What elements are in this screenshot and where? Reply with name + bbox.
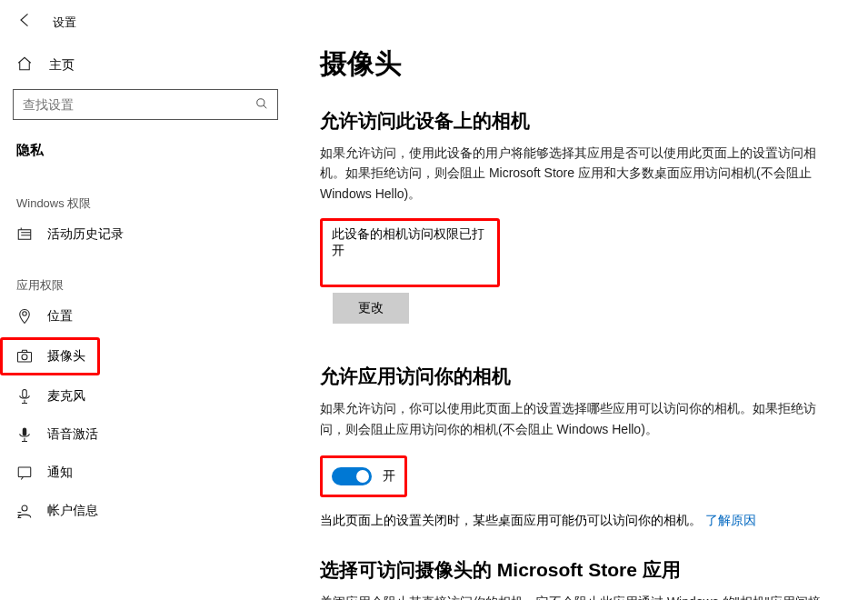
nav-label: 通知 — [47, 465, 73, 481]
section2-body: 如果允许访问，你可以使用此页面上的设置选择哪些应用可以访问你的相机。如果拒绝访问… — [320, 398, 824, 439]
history-icon — [15, 226, 35, 243]
window-header: 设置 — [0, 7, 291, 46]
nav-label: 摄像头 — [47, 348, 85, 365]
nav-label: 语音激活 — [47, 426, 98, 443]
svg-rect-7 — [18, 467, 31, 477]
nav-label: 位置 — [47, 308, 73, 325]
sidebar-section-title: 隐私 — [0, 129, 291, 172]
section2-heading: 允许应用访问你的相机 — [320, 364, 824, 389]
microphone-icon — [15, 388, 35, 405]
sidebar-item-home[interactable]: 主页 — [0, 46, 291, 84]
search-icon — [255, 97, 268, 113]
sidebar-item-notifications[interactable]: 通知 — [0, 454, 291, 492]
learn-more-link[interactable]: 了解原因 — [705, 513, 756, 527]
svg-rect-6 — [23, 428, 27, 436]
svg-point-0 — [257, 98, 264, 105]
svg-point-4 — [22, 355, 27, 360]
home-icon — [16, 55, 35, 75]
section2-footer: 当此页面上的设置关闭时，某些桌面应用可能仍可以访问你的相机。 了解原因 — [320, 510, 824, 530]
notifications-icon — [15, 465, 35, 481]
svg-point-2 — [23, 312, 27, 316]
svg-rect-3 — [18, 353, 32, 363]
change-button[interactable]: 更改 — [333, 293, 409, 324]
section1-body: 如果允许访问，使用此设备的用户将能够选择其应用是否可以使用此页面上的设置访问相机… — [320, 143, 824, 204]
nav-label: 帐户信息 — [47, 503, 98, 519]
nav-label: 活动历史记录 — [47, 226, 124, 243]
window-title: 设置 — [53, 15, 76, 31]
sidebar-item-voice-activation[interactable]: 语音激活 — [0, 415, 291, 454]
camera-toggle-wrap: 开 — [320, 455, 407, 497]
svg-rect-1 — [18, 230, 31, 240]
sidebar-item-account-info[interactable]: 帐户信息 — [0, 492, 291, 530]
home-label: 主页 — [49, 57, 75, 74]
section1-heading: 允许访问此设备上的相机 — [320, 108, 824, 134]
sidebar: 设置 主页 隐私 Windows 权限 活动历史记录 应用权限 — [0, 0, 291, 600]
main-content: 摄像头 允许访问此设备上的相机 如果允许访问，使用此设备的用户将能够选择其应用是… — [291, 0, 868, 600]
svg-point-8 — [22, 505, 27, 511]
voice-activation-icon — [15, 426, 35, 443]
section3-heading: 选择可访问摄像头的 Microsoft Store 应用 — [320, 557, 824, 583]
device-camera-status: 此设备的相机访问权限已打开 — [320, 218, 500, 287]
section3-body: 关闭应用会阻止其直接访问你的相机。它不会阻止此应用通过 Windows 的"相机… — [320, 592, 824, 600]
group-app-permissions: 应用权限 — [0, 254, 291, 297]
sidebar-item-activity-history[interactable]: 活动历史记录 — [0, 215, 291, 254]
sidebar-item-microphone[interactable]: 麦克风 — [0, 377, 291, 415]
search-input-wrap[interactable] — [13, 89, 278, 120]
sidebar-item-location[interactable]: 位置 — [0, 297, 291, 335]
nav-label: 麦克风 — [47, 388, 85, 405]
group-windows-permissions: Windows 权限 — [0, 172, 291, 215]
location-icon — [15, 308, 35, 325]
back-icon[interactable] — [16, 11, 38, 34]
page-title: 摄像头 — [320, 45, 824, 83]
search-input[interactable] — [23, 97, 255, 112]
camera-toggle[interactable] — [332, 467, 372, 485]
sidebar-item-camera[interactable]: 摄像头 — [0, 337, 100, 375]
toggle-label: 开 — [383, 468, 395, 485]
camera-icon — [15, 348, 35, 365]
svg-rect-5 — [23, 390, 27, 398]
account-info-icon — [15, 503, 35, 519]
